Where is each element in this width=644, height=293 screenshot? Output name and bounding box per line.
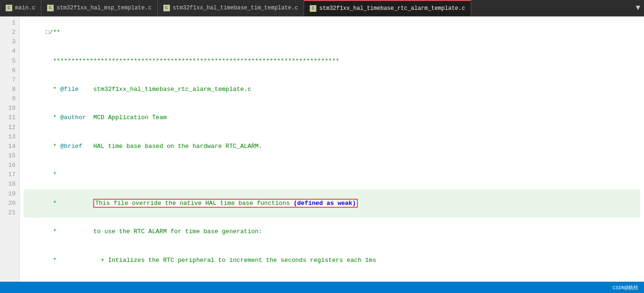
ln-20: 20 <box>4 199 16 208</box>
tab-main-label: main.c <box>15 5 35 11</box>
ln-18: 18 <box>4 179 16 189</box>
ln-17: 17 <box>4 170 16 179</box>
ln-12: 12 <box>4 123 16 132</box>
ln-4: 4 <box>4 47 16 56</box>
ln-9: 9 <box>4 94 16 104</box>
tab-tim-icon: c <box>163 5 170 11</box>
editor: 1 2 3 4 5 6 7 8 9 10 11 12 13 14 15 16 1… <box>0 16 644 282</box>
ln-3: 3 <box>4 37 16 47</box>
status-brand: CSDN@杨枝 <box>612 284 638 291</box>
ln-14: 14 <box>4 142 16 151</box>
code-line-8: * to use the RTC ALARM for time base gen… <box>24 218 640 246</box>
tab-rtc-label: stm32f1xx_hal_timebase_rtc_alarm_templat… <box>319 5 465 12</box>
code-line-7: * This file override the native HAL time… <box>24 189 640 218</box>
tab-tim-label: stm32f1xx_hal_timebase_tim_template.c <box>173 5 298 11</box>
tab-msp-label: stm32f1xx_hal_msp_template.c <box>56 5 152 11</box>
highlight-box-line7: This file override the native HAL time b… <box>93 199 358 208</box>
tab-rtc-icon: c <box>310 5 316 12</box>
code-area[interactable]: □/** ***********************************… <box>20 16 644 282</box>
status-bar: CSDN@杨枝 <box>0 282 644 293</box>
tab-main-icon: c <box>6 5 12 11</box>
tab-main[interactable]: c main.c <box>0 0 41 16</box>
code-line-1: □/** <box>24 18 640 47</box>
tab-msp[interactable]: c stm32f1xx_hal_msp_template.c <box>41 0 158 16</box>
code-line-5: * @brief HAL time base based on the hard… <box>24 132 640 161</box>
ln-6: 6 <box>4 66 16 75</box>
code-line-6: * <box>24 161 640 189</box>
tab-tim[interactable]: c stm32f1xx_hal_timebase_tim_template.c <box>158 0 304 16</box>
code-line-9: * + Intializes the RTC peripheral to inc… <box>24 246 640 274</box>
tab-dropdown[interactable]: ▼ <box>632 0 644 16</box>
code-line-10: * + The alarm is configured to assert an… <box>24 275 640 282</box>
ln-19: 19 <box>4 189 16 199</box>
ln-21: 21 <box>4 208 16 218</box>
ln-10: 10 <box>4 104 16 113</box>
ln-11: 11 <box>4 113 16 122</box>
ln-2: 2 <box>4 28 16 37</box>
ln-13: 13 <box>4 132 16 142</box>
fold-icon-1: □ <box>46 29 49 36</box>
ln-1: 1 <box>4 18 16 28</box>
ln-7: 7 <box>4 75 16 85</box>
tab-rtc[interactable]: c stm32f1xx_hal_timebase_rtc_alarm_templ… <box>304 0 471 16</box>
ln-8: 8 <box>4 85 16 94</box>
ln-5: 5 <box>4 57 16 66</box>
ln-15: 15 <box>4 151 16 161</box>
code-line-4: * @author MCD Application Team <box>24 104 640 132</box>
line-numbers: 1 2 3 4 5 6 7 8 9 10 11 12 13 14 15 16 1… <box>0 16 20 282</box>
tab-msp-icon: c <box>47 5 54 11</box>
code-line-2: ****************************************… <box>24 47 640 75</box>
ln-16: 16 <box>4 161 16 170</box>
tab-bar: c main.c c stm32f1xx_hal_msp_template.c … <box>0 0 644 16</box>
code-line-3: * @file stm32f1xx_hal_timebase_rtc_alarm… <box>24 75 640 104</box>
